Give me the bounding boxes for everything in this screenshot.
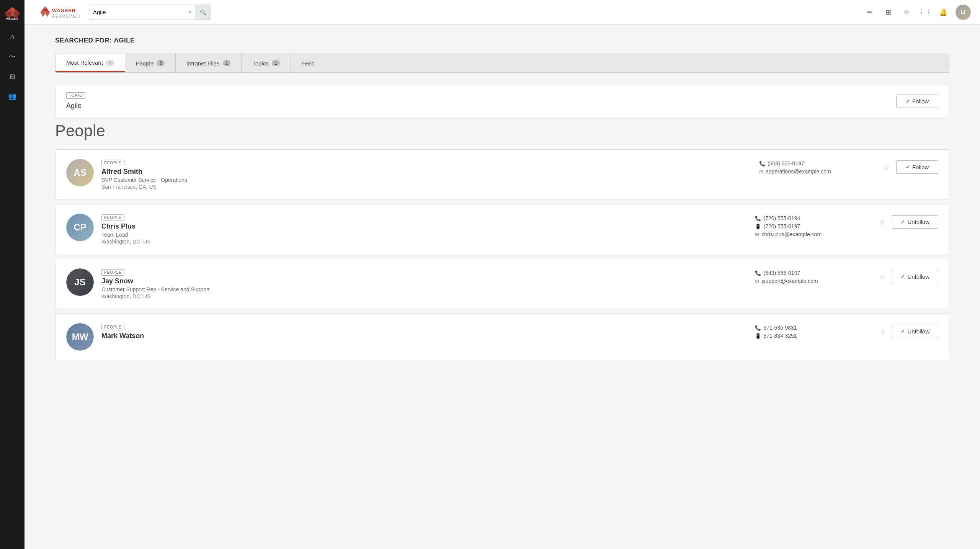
chris-star-button[interactable]: ☆	[877, 216, 887, 228]
jay-actions: ☆ ✓ Unfollow	[877, 270, 938, 283]
mark-badge: PEOPLE	[101, 324, 124, 330]
alfred-name: Alfred Smith	[101, 168, 751, 176]
mark-info: PEOPLE Mark Watson	[101, 323, 747, 341]
mark-phone: 📞 571-535-9831	[755, 325, 870, 331]
topic-follow-button[interactable]: ✓ Follow	[896, 95, 938, 108]
mark-star-button[interactable]: ☆	[877, 325, 887, 338]
home-icon: ⌂	[10, 33, 15, 41]
sidebar-item-home[interactable]: ⌂	[3, 28, 21, 46]
star-icon[interactable]: ☆	[900, 6, 913, 18]
sidebar-item-filters[interactable]: ⊟	[3, 67, 21, 86]
mark-unfollow-button[interactable]: ✓ Unfollow	[892, 325, 938, 338]
chris-name: Chris Plus	[101, 222, 747, 230]
phone-icon: 📞	[755, 216, 761, 221]
chris-mobile: 📱 (720) 555-0197	[755, 223, 870, 229]
mark-unfollow-label: Unfollow	[907, 328, 929, 335]
tab-topics-count: 1	[272, 60, 280, 66]
sidebar: WASSER ⌂ 〜 ⊟ 👥	[0, 0, 24, 549]
alfred-follow-button[interactable]: ✓ Follow	[896, 160, 938, 174]
phone-icon: 📞	[755, 270, 761, 276]
alfred-contact: 📞 (603) 555-0197 ✉ aoperations@example.c…	[759, 160, 874, 175]
person-card-alfred: AS PEOPLE Alfred Smith SVP Customer Serv…	[55, 149, 949, 199]
avatar-image: U	[956, 5, 971, 20]
tabs: Most Relevant 7 People 5 Intranet Files …	[55, 54, 949, 73]
mark-contact: 📞 571-535-9831 📱 571-834-3251	[755, 325, 870, 339]
tab-feed[interactable]: Feed	[291, 54, 325, 72]
chris-email: ✉ chris.plus@example.com	[755, 231, 870, 237]
email-icon: ✉	[755, 232, 759, 237]
svg-text:WASSER: WASSER	[6, 18, 18, 20]
tab-topics[interactable]: Topics 1	[242, 54, 291, 72]
mark-avatar: MW	[66, 323, 94, 351]
search-icon: 🔍	[200, 9, 206, 15]
topic-name: Agile	[66, 102, 85, 110]
alfred-location: San Francisco, CA, US	[101, 184, 751, 190]
chris-contact: 📞 (720) 555-0194 📱 (720) 555-0197 ✉ chri…	[755, 215, 870, 237]
jay-unfollow-button[interactable]: ✓ Unfollow	[892, 270, 938, 283]
user-avatar[interactable]: U	[956, 5, 971, 20]
search-query: AGILE	[114, 37, 134, 44]
mark-follow-check-icon: ✓	[901, 328, 905, 334]
alfred-follow-label: Follow	[912, 164, 929, 170]
search-clear-button[interactable]: ×	[186, 10, 195, 15]
tab-people-label: People	[136, 60, 154, 67]
mark-avatar-img: MW	[66, 323, 94, 351]
alfred-star-button[interactable]: ☆	[882, 161, 892, 173]
jay-name: Jay Snow	[101, 277, 747, 285]
people-section-title: People	[55, 122, 949, 140]
tab-most-relevant[interactable]: Most Relevant 7	[56, 54, 125, 72]
topic-follow-check-icon: ✓	[906, 98, 910, 104]
search-header: SEARCHED FOR: AGILE	[55, 37, 949, 44]
grid-icon[interactable]: ⋮⋮	[919, 6, 931, 18]
jay-phone: 📞 (543) 555-0197	[755, 270, 870, 276]
search-input[interactable]	[89, 5, 186, 20]
jay-contact: 📞 (543) 555-0197 ✉ jsupport@example.com	[755, 270, 870, 284]
tab-people-count: 5	[157, 60, 165, 66]
search-label: SEARCHED FOR:	[55, 37, 112, 44]
calendar-icon[interactable]: ⊞	[882, 6, 894, 18]
jay-location: Washington, DC, US	[101, 293, 747, 299]
person-card-chris: CP PEOPLE Chris Plus Team Lead Washingto…	[55, 204, 949, 254]
search-button[interactable]: 🔍	[195, 5, 211, 20]
chris-info: PEOPLE Chris Plus Team Lead Washington, …	[101, 214, 747, 245]
chris-unfollow-label: Unfollow	[907, 219, 929, 225]
alfred-badge: PEOPLE	[101, 160, 124, 166]
jay-star-button[interactable]: ☆	[877, 271, 887, 283]
phone-icon: 📞	[755, 325, 761, 331]
edit-icon[interactable]: ✏	[864, 6, 876, 18]
topic-follow-label: Follow	[912, 98, 929, 105]
tab-intranet-files[interactable]: Intranet Files 1	[176, 54, 242, 72]
sidebar-item-people[interactable]: 👥	[3, 87, 21, 106]
topic-info: TOPIC Agile	[66, 92, 85, 110]
jay-email: ✉ jsupport@example.com	[755, 278, 870, 284]
mark-mobile: 📱 571-834-3251	[755, 333, 870, 339]
tab-intranet-label: Intranet Files	[186, 60, 220, 67]
alfred-avatar: AS	[66, 159, 94, 186]
logo: WASSER	[2, 3, 22, 23]
chris-location: Washington, DC, US	[101, 239, 747, 245]
search-bar: × 🔍	[89, 5, 211, 20]
svg-text:WASSER: WASSER	[52, 8, 76, 13]
chris-avatar-img: CP	[66, 214, 94, 241]
email-icon: ✉	[755, 278, 759, 284]
mobile-icon: 📱	[755, 224, 761, 229]
bell-icon[interactable]: 🔔	[937, 6, 949, 18]
header: WASSER AEROSPACE × 🔍 ✏ ⊞ ☆ ⋮⋮ 🔔 U	[24, 0, 980, 25]
chris-phone: 📞 (720) 555-0194	[755, 215, 870, 221]
tab-topics-label: Topics	[252, 60, 269, 67]
alfred-phone: 📞 (603) 555-0197	[759, 160, 874, 167]
tab-feed-label: Feed	[302, 60, 315, 67]
people-icon: 👥	[8, 92, 16, 101]
tab-people[interactable]: People 5	[125, 54, 176, 72]
header-logo: WASSER AEROSPACE	[34, 4, 80, 21]
content-area: SEARCHED FOR: AGILE Most Relevant 7 Peop…	[24, 25, 980, 549]
chris-title: Team Lead	[101, 232, 747, 238]
mark-name: Mark Watson	[101, 332, 747, 340]
tab-most-relevant-label: Most Relevant	[66, 59, 103, 66]
person-card-mark: MW PEOPLE Mark Watson 📞 571-535-9831 📱	[55, 314, 949, 360]
person-card-jay: JS PEOPLE Jay Snow Customer Support Rep …	[55, 259, 949, 309]
chris-unfollow-button[interactable]: ✓ Unfollow	[892, 215, 938, 229]
sidebar-item-activity[interactable]: 〜	[3, 47, 21, 66]
filter-icon: ⊟	[10, 72, 15, 81]
chris-avatar: CP	[66, 214, 94, 241]
